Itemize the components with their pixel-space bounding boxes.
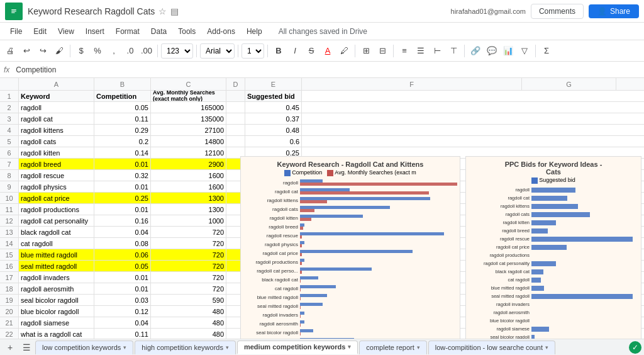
menu-edit[interactable]: Edit bbox=[28, 25, 52, 38]
cell-a13[interactable]: black ragdoll cat bbox=[19, 227, 94, 237]
cell-c5[interactable]: 14800 bbox=[151, 136, 226, 147]
cell-a12[interactable]: ragdoll cat personality bbox=[19, 215, 94, 226]
cell-a22[interactable]: what is a ragdoll cat bbox=[19, 329, 94, 339]
cell-b12[interactable]: 0.16 bbox=[94, 215, 151, 226]
tab-medium-competition[interactable]: medium competition keywords ▾ bbox=[237, 341, 358, 354]
cell-e2[interactable]: 0.45 bbox=[245, 102, 302, 113]
cell-b17[interactable]: 0.01 bbox=[94, 272, 151, 283]
cell-c19[interactable]: 590 bbox=[151, 295, 226, 305]
cell-c3[interactable]: 135000 bbox=[151, 113, 226, 124]
cell-a9[interactable]: ragdoll physics bbox=[19, 181, 94, 192]
cell-d3[interactable] bbox=[226, 113, 245, 124]
cell-c14[interactable]: 720 bbox=[151, 238, 226, 249]
currency-button[interactable]: $ bbox=[74, 43, 89, 59]
add-sheet-button[interactable]: + bbox=[3, 341, 18, 354]
tab-dropdown-icon[interactable]: ▾ bbox=[348, 344, 351, 350]
cell-a11[interactable]: ragdoll productions bbox=[19, 204, 94, 215]
cell-a20[interactable]: blue bicolor ragdoll bbox=[19, 306, 94, 317]
cell-d4[interactable] bbox=[226, 125, 245, 135]
tab-dropdown-icon[interactable]: ▾ bbox=[123, 344, 126, 351]
cell-c7[interactable]: 2900 bbox=[151, 159, 226, 169]
font-color-button[interactable]: A bbox=[320, 43, 335, 59]
cell-b11[interactable]: 0.01 bbox=[94, 204, 151, 215]
cell-b5[interactable]: 0.2 bbox=[94, 136, 151, 147]
paint-format-button[interactable]: 🖌 bbox=[52, 43, 67, 59]
cell-b13[interactable]: 0.04 bbox=[94, 227, 151, 237]
link-button[interactable]: 🔗 bbox=[468, 43, 483, 59]
col-g-header[interactable]: G bbox=[522, 78, 616, 90]
comment-button[interactable]: 💬 bbox=[484, 43, 499, 59]
menu-view[interactable]: View bbox=[53, 25, 79, 38]
align-left-button[interactable]: ≡ bbox=[397, 43, 412, 59]
font-select[interactable]: Arial bbox=[200, 43, 235, 59]
cell-d2[interactable] bbox=[226, 102, 245, 113]
cell-a19[interactable]: seal bicolor ragdoll bbox=[19, 295, 94, 305]
cell-c17[interactable]: 720 bbox=[151, 272, 226, 283]
highlight-color-button[interactable]: 🖊 bbox=[336, 43, 352, 59]
cell-c4[interactable]: 27100 bbox=[151, 125, 226, 135]
tab-complete-report[interactable]: complete report ▾ bbox=[359, 341, 426, 354]
cell-b14[interactable]: 0.08 bbox=[94, 238, 151, 249]
drive-icon[interactable]: ▤ bbox=[170, 6, 179, 16]
cell-b22[interactable]: 0.11 bbox=[94, 329, 151, 339]
font-size-select[interactable]: 11 bbox=[242, 43, 264, 59]
percent-button[interactable]: % bbox=[90, 43, 105, 59]
cell-a14[interactable]: cat ragdoll bbox=[19, 238, 94, 249]
cell-e4[interactable]: 0.48 bbox=[245, 125, 302, 135]
comma-button[interactable]: , bbox=[106, 43, 121, 59]
filter-button[interactable]: ▽ bbox=[517, 43, 532, 59]
format-select[interactable]: 123 bbox=[161, 43, 193, 59]
cell-e1[interactable]: Suggested bid bbox=[245, 91, 302, 101]
cell-a15[interactable]: blue mitted ragdoll bbox=[19, 249, 94, 260]
tab-high-competition[interactable]: high competition keywords ▾ bbox=[135, 341, 236, 354]
cell-a18[interactable]: ragdoll aerosmith bbox=[19, 283, 94, 294]
cell-c18[interactable]: 720 bbox=[151, 283, 226, 294]
cell-a16[interactable]: seal mitted ragdoll bbox=[19, 261, 94, 271]
cell-c12[interactable]: 1000 bbox=[151, 215, 226, 226]
cell-b9[interactable]: 0.01 bbox=[94, 181, 151, 192]
cell-a5[interactable]: ragdoll cats bbox=[19, 136, 94, 147]
cell-c15[interactable]: 720 bbox=[151, 249, 226, 260]
menu-format[interactable]: Format bbox=[111, 25, 145, 38]
cell-c16[interactable]: 720 bbox=[151, 261, 226, 271]
cell-e3[interactable]: 0.37 bbox=[245, 113, 302, 124]
col-a-header[interactable]: A bbox=[19, 78, 94, 90]
cell-c2[interactable]: 165000 bbox=[151, 102, 226, 113]
undo-button[interactable]: ↩ bbox=[19, 43, 34, 59]
col-e-header[interactable]: E bbox=[245, 78, 302, 90]
star-icon[interactable]: ☆ bbox=[158, 6, 167, 16]
align-center-button[interactable]: ☰ bbox=[413, 43, 428, 59]
cell-b1[interactable]: Competition bbox=[94, 91, 151, 101]
col-b-header[interactable]: B bbox=[94, 78, 151, 90]
cell-c21[interactable]: 480 bbox=[151, 317, 226, 328]
cell-a17[interactable]: ragdoll invaders bbox=[19, 272, 94, 283]
cell-b20[interactable]: 0.12 bbox=[94, 306, 151, 317]
cell-b18[interactable]: 0.01 bbox=[94, 283, 151, 294]
cell-a4[interactable]: ragdoll kittens bbox=[19, 125, 94, 135]
menu-tools[interactable]: Tools bbox=[173, 25, 201, 38]
cell-b4[interactable]: 0.29 bbox=[94, 125, 151, 135]
cell-c6[interactable]: 12100 bbox=[151, 147, 226, 158]
cell-a6[interactable]: ragdoll kitten bbox=[19, 147, 94, 158]
col-f-header[interactable]: F bbox=[302, 78, 522, 90]
cell-c9[interactable]: 1600 bbox=[151, 181, 226, 192]
cell-b19[interactable]: 0.03 bbox=[94, 295, 151, 305]
cell-d5[interactable] bbox=[226, 136, 245, 147]
align-right-button[interactable]: ⊢ bbox=[430, 43, 445, 59]
cell-b16[interactable]: 0.05 bbox=[94, 261, 151, 271]
decrease-decimal-button[interactable]: .0 bbox=[123, 43, 138, 59]
function-button[interactable]: Σ bbox=[539, 43, 554, 59]
align-top-button[interactable]: ⊤ bbox=[446, 43, 461, 59]
menu-file[interactable]: File bbox=[5, 25, 27, 38]
cell-b2[interactable]: 0.05 bbox=[94, 102, 151, 113]
increase-decimal-button[interactable]: .00 bbox=[139, 43, 154, 59]
col-d-header[interactable]: D bbox=[226, 78, 245, 90]
cell-c8[interactable]: 1600 bbox=[151, 170, 226, 181]
cell-b6[interactable]: 0.14 bbox=[94, 147, 151, 158]
cell-c10[interactable]: 1300 bbox=[151, 193, 226, 203]
comments-button[interactable]: Comments bbox=[531, 4, 584, 19]
cell-b8[interactable]: 0.32 bbox=[94, 170, 151, 181]
tab-low-competition[interactable]: low competition keywords ▾ bbox=[35, 341, 133, 354]
menu-insert[interactable]: Insert bbox=[80, 25, 109, 38]
strikethrough-button[interactable]: S bbox=[304, 43, 319, 59]
